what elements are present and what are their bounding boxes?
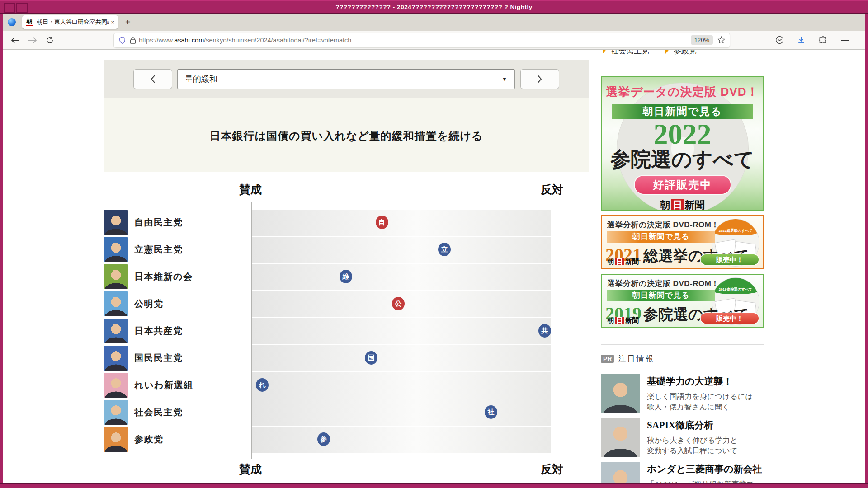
article-title: SAPIX徹底分析	[647, 419, 738, 432]
zoom-level-badge[interactable]: 120%	[691, 35, 713, 45]
asahi-shimbun-logo: 朝日新聞	[602, 198, 763, 211]
party-leader-photo	[104, 264, 128, 289]
party-marker-自[interactable]: 自	[376, 216, 388, 229]
asahi-favicon-icon: 朝	[26, 18, 33, 26]
browser-toolbar: https://www.asahi.com/senkyo/shuinsen/20…	[3, 31, 865, 50]
chart-band	[252, 344, 551, 371]
ad-buy-button[interactable]: 好評販売中	[635, 176, 731, 194]
party-label: 自由民主党	[134, 216, 183, 229]
party-marker-公[interactable]: 公	[392, 297, 405, 310]
pocket-icon[interactable]	[773, 33, 786, 47]
tab-strip: 朝 朝日・東大谷口研究室共同調 × +	[3, 14, 865, 31]
party-label: 立憲民主党	[134, 244, 183, 256]
url-host: asahi.com	[174, 37, 204, 44]
asahi-shimbun-logo: 朝日新聞	[607, 316, 639, 325]
url-scheme: https://www.	[139, 37, 174, 44]
party-label: 日本共産党	[134, 325, 183, 337]
window-border-left	[0, 0, 3, 488]
legend-item: 社会民主党	[603, 50, 649, 56]
party-label: 社会民主党	[134, 406, 183, 418]
bookmark-star-icon[interactable]	[717, 36, 725, 44]
article-title: 基礎学力の大逆襲！	[647, 375, 753, 388]
party-row: 国民民主党	[104, 344, 193, 371]
ad-headline: 選挙分析の決定版 DVD-ROM！	[607, 278, 719, 289]
party-label: 公明党	[134, 298, 164, 310]
party-label: れいわ新選組	[134, 379, 193, 391]
tab-close-icon[interactable]: ×	[111, 19, 114, 26]
ad-brand-bar: 朝日新聞で見る	[607, 290, 715, 301]
article-desc: 「ALTNA」が取り組む新事業でEVの未来に多様な選択肢を	[647, 479, 762, 483]
axis-line-left	[251, 202, 252, 459]
legend-item: 参政党	[665, 50, 697, 56]
flag-icon	[665, 50, 670, 54]
ad-on-sale-button[interactable]: 販売中！	[701, 313, 759, 324]
party-marker-参[interactable]: 参	[317, 432, 330, 446]
chart-band	[252, 371, 551, 399]
party-marker-れ[interactable]: れ	[256, 378, 269, 392]
ad-on-sale-button[interactable]: 販売中！	[701, 254, 759, 265]
party-label: 国民民主党	[134, 352, 183, 364]
new-tab-button[interactable]: +	[125, 17, 131, 28]
ad-dvdrom-2021[interactable]: 2021総選挙のすべて 選挙分析の決定版 DVD-ROM！ 朝日新聞で見る 20…	[601, 215, 764, 269]
party-row: 日本共産党	[104, 317, 193, 344]
article-photo	[601, 462, 640, 483]
party-leader-photo	[104, 319, 128, 343]
chart-band	[252, 426, 551, 453]
menu-hamburger-icon[interactable]	[838, 33, 851, 47]
sidebar-divider	[601, 344, 764, 345]
party-row: れいわ新選組	[104, 371, 193, 399]
chart-band	[252, 317, 551, 344]
chevron-down-icon: ▼	[502, 76, 507, 82]
party-leader-photo	[104, 237, 128, 262]
article-title: ホンダと三菱商事の新会社	[647, 463, 762, 475]
axis-labels-bottom: 賛成 反対	[239, 462, 563, 477]
window-titlebar[interactable]: ?????????????? - 2024???????????????????…	[0, 0, 868, 14]
toolbar-right-icons	[773, 33, 859, 47]
axis-left-label: 賛成	[239, 182, 262, 197]
stance-chart: 自立維公共国れ社参	[252, 209, 551, 453]
browser-tab[interactable]: 朝 朝日・東大谷口研究室共同調 ×	[22, 15, 118, 29]
question-text: 日本銀行は国債の買い入れなど量的緩和措置を続ける	[104, 98, 589, 143]
window-border-right	[865, 0, 868, 488]
forward-icon[interactable]	[26, 33, 39, 47]
tab-title: 朝日・東大谷口研究室共同調	[37, 18, 109, 26]
download-icon[interactable]	[794, 33, 808, 47]
party-leader-photo	[104, 210, 128, 235]
axis-left-label: 賛成	[239, 462, 262, 477]
extensions-puzzle-icon[interactable]	[816, 33, 830, 47]
window-border-bottom	[0, 483, 868, 488]
reload-icon[interactable]	[43, 33, 57, 47]
url-path: /senkyo/shuinsen/2024/asahitodai/?iref=v…	[204, 37, 351, 44]
url-bar[interactable]: https://www.asahi.com/senkyo/shuinsen/20…	[113, 33, 730, 48]
party-marker-共[interactable]: 共	[538, 324, 551, 338]
article-desc: 楽しく国語力を身につけるには歌人・俵万智さんに聞く	[647, 391, 753, 413]
party-label: 日本維新の会	[134, 271, 193, 283]
pr-section-title: 注目情報	[618, 353, 654, 364]
question-panel: 日本銀行は国債の買い入れなど量的緩和措置を続ける	[104, 98, 589, 172]
party-row: 立憲民主党	[104, 236, 193, 263]
profile-sphere-icon[interactable]	[8, 18, 16, 26]
party-marker-社[interactable]: 社	[485, 405, 497, 419]
chart-band	[252, 399, 551, 426]
tracking-shield-icon[interactable]	[118, 36, 126, 44]
prev-topic-button[interactable]	[133, 69, 172, 89]
topic-select[interactable]: 量的緩和 ▼	[177, 69, 515, 89]
party-row: 公明党	[104, 290, 193, 317]
party-row: 社会民主党	[104, 399, 193, 426]
ad-year: 2022	[602, 119, 763, 149]
ad-dvdrom-2019[interactable]: 2019参院選のすべて 選挙分析の決定版 DVD-ROM！ 朝日新聞で見る 20…	[601, 274, 764, 328]
pr-section-header: PR 注目情報	[601, 353, 764, 364]
url-text[interactable]: https://www.asahi.com/senkyo/shuinsen/20…	[139, 37, 686, 44]
sidebar-divider	[601, 369, 764, 369]
back-icon[interactable]	[9, 33, 22, 47]
pr-article[interactable]: SAPIX徹底分析 秋から大きく伸びる学力と変動する入試日程について	[601, 418, 738, 457]
pr-article[interactable]: ホンダと三菱商事の新会社 「ALTNA」が取り組む新事業でEVの未来に多様な選択…	[601, 462, 762, 483]
next-topic-button[interactable]	[520, 69, 559, 89]
lock-icon[interactable]	[130, 37, 136, 44]
chart-band	[252, 209, 551, 236]
axis-right-label: 反対	[541, 182, 563, 197]
ad-headline: 選挙データの決定版 DVD！	[602, 84, 763, 100]
axis-right-label: 反対	[541, 462, 563, 477]
pr-article[interactable]: 基礎学力の大逆襲！ 楽しく国語力を身につけるには歌人・俵万智さんに聞く	[601, 374, 753, 413]
ad-dvd-2022[interactable]: 選挙データの決定版 DVD！ 朝日新聞で見る 2022 参院選のすべて 好評販売…	[601, 76, 764, 211]
